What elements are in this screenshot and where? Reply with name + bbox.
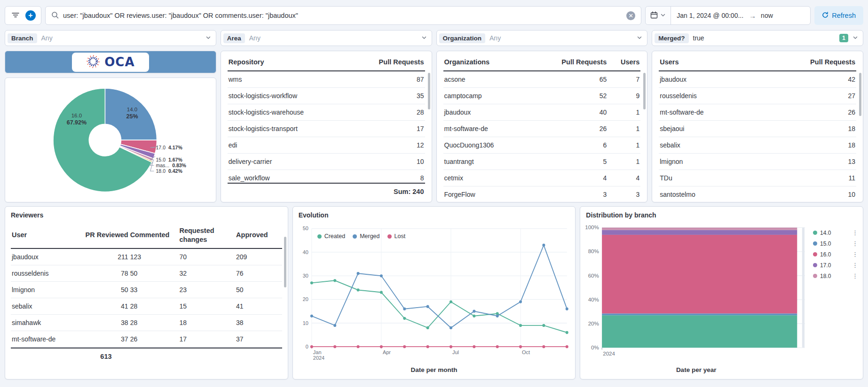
legend-item-18.0[interactable]: 18.0⋮ (813, 272, 858, 279)
legend-options-icon[interactable]: ⋮ (852, 229, 858, 236)
filter-menu-button[interactable] (9, 8, 22, 23)
cell-value: 13 (805, 154, 856, 170)
table-row: QuocDuong130661 (443, 137, 641, 154)
legend-label: 15.0 (820, 240, 831, 247)
legend-options-icon[interactable]: ⋮ (852, 240, 858, 247)
x-tick-label: Apr (383, 349, 391, 355)
column-header: Requested changes (178, 222, 235, 248)
scrollbar[interactable] (284, 237, 286, 287)
legend-label: 14.0 (820, 230, 831, 236)
cell-value: 6 (552, 137, 608, 153)
legend-item-14.0[interactable]: 14.0⋮ (813, 229, 858, 236)
date-range-start[interactable]: Jan 1, 2024 @ 00:00... (671, 12, 749, 19)
table-row: rousseldenis27 (659, 88, 856, 104)
scrollbar[interactable] (643, 73, 646, 109)
stack-band-14.0[interactable] (602, 315, 797, 348)
series-point (356, 345, 359, 348)
cell-name: TDu (659, 170, 805, 186)
filter-value: Any (489, 34, 501, 42)
x-tick-label: 2024 (313, 355, 324, 361)
pie-label-name: 17.0 (156, 145, 166, 150)
evolution-legend: CreatedMergedLost (317, 233, 406, 240)
add-filter-icon: + (25, 10, 36, 21)
legend-label: Merged (360, 233, 379, 240)
table-row: stock-logistics-warehouse28 (228, 104, 425, 121)
legend-item-Created[interactable]: Created (317, 233, 345, 240)
table-row: camptocamp529 (443, 88, 641, 104)
table-body[interactable]: jbaudoux42rousseldenis27mt-software-de26… (659, 71, 856, 202)
series-point (542, 324, 545, 327)
cell-name: delivery-carrier (228, 154, 373, 170)
cell-value: 18 (805, 137, 856, 153)
cell-value: 37 (82, 331, 129, 347)
legend-item-Lost[interactable]: Lost (387, 233, 406, 240)
cell-value: 1 (608, 154, 640, 170)
filter-control-merged[interactable]: Merged? true 1 (652, 30, 863, 46)
cell-value: 41 (235, 298, 282, 314)
cell-name: rousseldenis (659, 88, 805, 104)
branch-pie-panel: 14.025%16.067.92%17.04.17%15.01.67%mas..… (5, 77, 216, 202)
table-body[interactable]: wms87stock-logistics-workflow35stock-log… (228, 71, 425, 183)
date-range-end[interactable]: now (756, 12, 780, 19)
distribution-legend: 14.0⋮15.0⋮16.0⋮17.0⋮18.0⋮ (810, 222, 863, 379)
filter-control-branch[interactable]: Branch Any (5, 30, 216, 46)
series-point (519, 300, 522, 303)
pie-label: 18.00.42% (156, 168, 183, 174)
pie-label-pct: 67.92% (67, 119, 87, 126)
add-filter-button[interactable]: + (24, 8, 37, 23)
calendar-button[interactable] (646, 7, 671, 24)
table-header: OrganizationsPull RequestsUsers (443, 53, 641, 71)
reviewers-table: UserPR ReviewedCommentedRequested change… (5, 222, 288, 364)
legend-options-icon[interactable]: ⋮ (852, 262, 858, 269)
branch-pie-chart[interactable]: 14.025%16.067.92%17.04.17%15.01.67%mas..… (5, 78, 216, 202)
stack-band-15.0[interactable] (602, 313, 797, 315)
dashboard-top-row: OCA 14.025%16.067.92%17.04.17%15.01.67%m… (0, 51, 868, 202)
scrollbar[interactable] (428, 73, 430, 109)
oca-logo: OCA (72, 53, 149, 72)
stack-band-16.0[interactable] (602, 235, 797, 313)
filter-control-organization[interactable]: Organization Any (436, 30, 648, 46)
distribution-chart[interactable]: 0%20%40%60%80%100%2024 (582, 222, 810, 365)
stack-band-18.0[interactable] (602, 228, 797, 230)
series-point (473, 315, 475, 317)
cell-value: 87 (373, 71, 425, 87)
legend-item-17.0[interactable]: 17.0⋮ (813, 262, 858, 269)
legend-item-Merged[interactable]: Merged (353, 233, 379, 240)
filter-control-area[interactable]: Area Any (221, 30, 432, 46)
series-point (310, 345, 313, 348)
cell-name: edi (228, 137, 373, 153)
pie-label: 14.025% (126, 107, 138, 120)
distribution-chart-area: 0%20%40%60%80%100%2024 Date per year 14.… (580, 222, 863, 379)
legend-item-16.0[interactable]: 16.0⋮ (813, 251, 858, 258)
series-point (403, 317, 406, 320)
scrollbar[interactable] (859, 73, 861, 116)
legend-dot (317, 234, 322, 239)
x-axis-title: Date per month (295, 365, 574, 377)
evolution-chart[interactable]: 01020304050Jan2024AprJulOct (295, 222, 574, 365)
table-row: delivery-carrier10 (228, 154, 425, 170)
table-body[interactable]: acsone657camptocamp529jbaudoux401mt-soft… (443, 71, 641, 202)
legend-item-15.0[interactable]: 15.0⋮ (813, 240, 858, 247)
legend-dot (813, 241, 817, 246)
cell-value: 26 (552, 121, 608, 137)
cell-name: jbaudoux (11, 249, 82, 265)
pie-label: 15.01.67% (156, 157, 183, 163)
table-body[interactable]: jbaudoux21112370209rousseldenis78503276l… (11, 249, 282, 348)
series-point (565, 331, 568, 334)
legend-options-icon[interactable]: ⋮ (852, 251, 858, 258)
clear-search-button[interactable]: ✕ (626, 11, 635, 20)
filter-label: Branch (8, 33, 37, 43)
x-tick-label: Jul (452, 349, 459, 355)
legend-options-icon[interactable]: ⋮ (852, 272, 858, 279)
cell-value: 27 (805, 88, 856, 104)
stack-band-17.0[interactable] (602, 230, 797, 235)
search-bar[interactable]: ✕ (45, 6, 641, 25)
refresh-button[interactable]: Refresh (814, 6, 863, 25)
search-input[interactable] (63, 12, 622, 19)
date-picker: Jan 1, 2024 @ 00:00... → now (645, 6, 811, 25)
cell-value: 123 (129, 249, 179, 265)
series-point (519, 345, 522, 348)
cell-value: 18 (805, 121, 856, 137)
series-point (426, 305, 429, 308)
pie-label: mas...0.83% (156, 163, 187, 168)
